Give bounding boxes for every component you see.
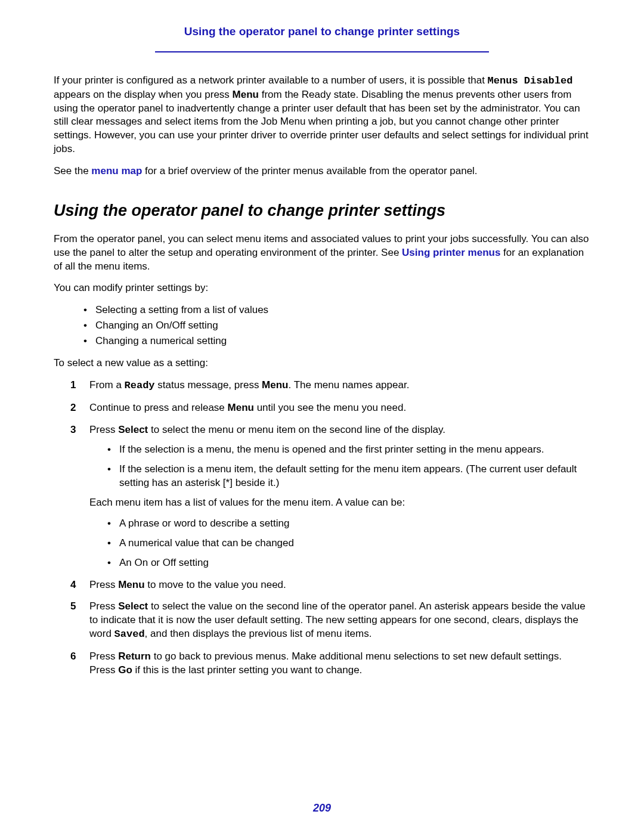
bold-text: Select (118, 600, 148, 612)
step-4: Press Menu to move to the value you need… (70, 578, 590, 592)
bold-text: Menu (262, 379, 288, 391)
text: Press (89, 424, 118, 435)
text: , and then displays the previous list of… (145, 628, 372, 639)
text: status message, press (155, 379, 262, 391)
menu-map-link[interactable]: menu map (91, 165, 142, 176)
list-item: A phrase or word to describe a setting (107, 517, 590, 531)
text: See the (54, 165, 91, 176)
step-3-note: Each menu item has a list of values for … (89, 496, 590, 510)
text: to move to the value you need. (145, 579, 286, 590)
text: Continue to press and release (89, 402, 228, 413)
page-number: 209 (0, 801, 644, 815)
list-item: Selecting a setting from a list of value… (83, 304, 590, 317)
text: From a (89, 379, 125, 391)
intro-paragraph-1: If your printer is configured as a netwo… (54, 74, 590, 157)
bullet-list-modify: Selecting a setting from a list of value… (83, 304, 590, 348)
text: Press (89, 579, 118, 590)
header-divider (155, 51, 489, 52)
step-1: From a Ready status message, press Menu.… (70, 379, 590, 393)
page-header: Using the operator panel to change print… (54, 24, 590, 43)
text: to select the menu or menu item on the s… (148, 424, 445, 435)
text: if this is the last printer setting you … (132, 664, 363, 676)
steps-list: From a Ready status message, press Menu.… (70, 379, 590, 677)
mono-text: Saved (114, 628, 145, 640)
step-2: Continue to press and release Menu until… (70, 401, 590, 415)
step-6: Press Return to go back to previous menu… (70, 650, 590, 677)
page-header-title: Using the operator panel to change print… (184, 24, 460, 43)
intro-paragraph-2: See the menu map for a brief overview of… (54, 165, 590, 178)
step-3: Press Select to select the menu or menu … (70, 423, 590, 570)
step-3-sublist-1: If the selection is a menu, the menu is … (107, 443, 590, 490)
list-item: If the selection is a menu, the menu is … (107, 443, 590, 457)
using-printer-menus-link[interactable]: Using printer menus (402, 247, 500, 258)
mono-text: Ready (125, 380, 155, 391)
bold-text: Select (118, 424, 148, 435)
text: for a brief overview of the printer menu… (142, 165, 477, 176)
bold-text: Menu (228, 402, 254, 413)
document-page: Using the operator panel to change print… (0, 0, 644, 833)
bold-text: Return (118, 651, 151, 662)
text: Press (89, 600, 118, 612)
mono-text: Menus Disabled (488, 75, 573, 86)
section-paragraph-3: To select a new value as a setting: (54, 357, 590, 370)
list-item: Changing a numerical setting (83, 335, 590, 348)
text: until you see the menu you need. (254, 402, 406, 413)
text: appears on the display when you press (54, 89, 233, 100)
list-item: An On or Off setting (107, 556, 590, 570)
bold-text: Go (118, 664, 132, 676)
bold-text: Menu (233, 89, 259, 100)
step-3-sublist-2: A phrase or word to describe a setting A… (107, 517, 590, 570)
section-heading: Using the operator panel to change print… (54, 200, 590, 221)
list-item: If the selection is a menu item, the def… (107, 463, 590, 490)
bold-text: Menu (118, 579, 144, 590)
text: Press (89, 651, 118, 662)
text: If your printer is configured as a netwo… (54, 75, 488, 86)
list-item: A numerical value that can be changed (107, 537, 590, 550)
step-5: Press Select to select the value on the … (70, 600, 590, 642)
section-paragraph-2: You can modify printer settings by: (54, 281, 590, 295)
section-paragraph-1: From the operator panel, you can select … (54, 233, 590, 274)
list-item: Changing an On/Off setting (83, 319, 590, 333)
text: . The menu names appear. (289, 379, 410, 391)
